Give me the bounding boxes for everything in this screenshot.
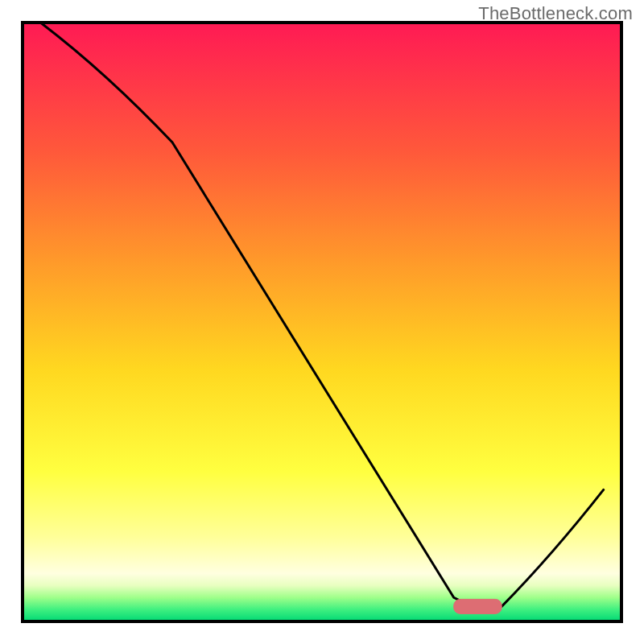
chart-stage: TheBottleneck.com bbox=[0, 0, 644, 644]
gradient-background bbox=[23, 23, 621, 621]
chart-svg bbox=[0, 0, 644, 644]
optimal-zone-marker bbox=[454, 599, 502, 613]
watermark-text: TheBottleneck.com bbox=[478, 3, 633, 24]
